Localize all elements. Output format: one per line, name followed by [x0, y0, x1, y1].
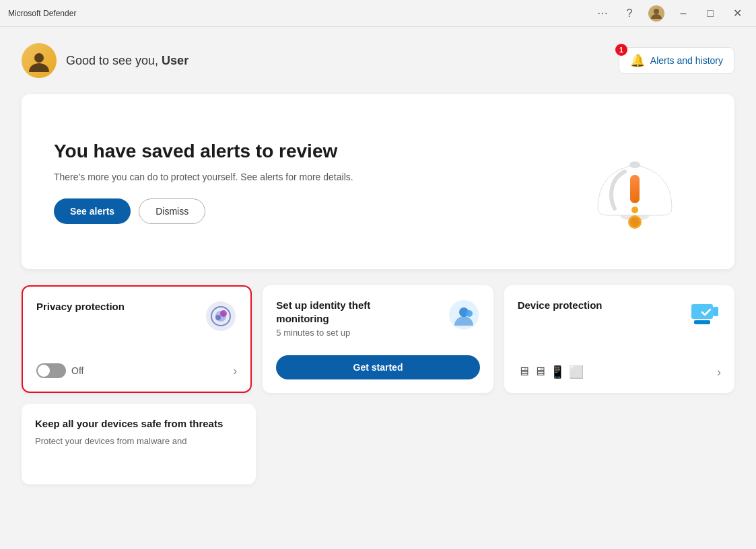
svg-point-13: [220, 310, 227, 317]
device-card-title: Device protection: [518, 299, 603, 312]
card-header-identity: Set up identity theft monitoring 5 minut…: [276, 299, 479, 338]
banner-description: There's more you can do to protect yours…: [54, 172, 568, 182]
user-greeting-section: Good to see you, User: [22, 43, 188, 78]
privacy-icon: [205, 300, 237, 332]
identity-icon: [448, 299, 480, 331]
dismiss-button[interactable]: Dismiss: [139, 198, 205, 224]
window-controls: ⋯ ? – □ ✕: [592, 3, 748, 24]
identity-theft-card[interactable]: Set up identity theft monitoring 5 minut…: [263, 285, 493, 393]
bell-icon: 🔔: [630, 53, 645, 68]
alerts-button-label: Alerts and history: [650, 55, 723, 66]
app-title: Microsoft Defender: [8, 9, 592, 18]
titlebar: Microsoft Defender ⋯ ? – □ ✕: [0, 0, 756, 27]
identity-card-title: Set up identity theft monitoring: [276, 299, 388, 325]
svg-point-6: [630, 217, 640, 227]
alerts-history-button-container[interactable]: 1 🔔 Alerts and history: [619, 47, 734, 74]
more-options-button[interactable]: ⋯: [592, 3, 613, 24]
alerts-history-button[interactable]: 1 🔔 Alerts and history: [619, 47, 734, 74]
maximize-button[interactable]: □: [699, 3, 721, 24]
phone-icon: 📱: [550, 365, 565, 379]
svg-point-17: [466, 310, 473, 317]
get-started-button[interactable]: Get started: [276, 355, 479, 379]
chevron-right-icon-device: ›: [717, 365, 721, 379]
avatar: [22, 43, 57, 78]
device-type-icons: 🖥 🖥 📱 ⬜: [518, 365, 584, 379]
card-footer-privacy: Off ›: [36, 363, 237, 378]
alert-banner: You have saved alerts to review There's …: [22, 94, 734, 269]
help-button[interactable]: ?: [619, 3, 640, 24]
svg-point-14: [215, 315, 221, 320]
user-profile-button[interactable]: [646, 3, 667, 24]
alert-illustration: [568, 121, 702, 242]
toggle-container[interactable]: Off: [36, 363, 83, 378]
device-icon: [689, 299, 721, 331]
alert-banner-content: You have saved alerts to review There's …: [54, 139, 568, 224]
banner-title: You have saved alerts to review: [54, 139, 568, 163]
banner-buttons: See alerts Dismiss: [54, 198, 568, 224]
svg-point-2: [34, 53, 44, 63]
bottom-cards-grid: Keep all your devices safe from threats …: [22, 404, 734, 484]
svg-rect-8: [630, 175, 640, 203]
devices-safe-desc: Protect your devices from malware and: [35, 436, 242, 446]
tablet-icon: ⬜: [569, 365, 584, 379]
device-protection-card[interactable]: Device protection 🖥 🖥 📱 ⬜: [504, 285, 734, 393]
svg-rect-20: [713, 307, 718, 316]
devices-safe-title: Keep all your devices safe from threats: [35, 417, 242, 431]
cards-grid: Privacy protection Off ›: [22, 285, 734, 393]
card-footer-device: 🖥 🖥 📱 ⬜ ›: [518, 365, 721, 379]
see-alerts-button[interactable]: See alerts: [54, 198, 131, 224]
app-container: Good to see you, User 1 🔔 Alerts and his…: [0, 27, 756, 549]
close-button[interactable]: ✕: [726, 3, 748, 24]
svg-point-1: [654, 9, 659, 14]
card-header-device: Device protection: [518, 299, 721, 331]
minimize-button[interactable]: –: [673, 3, 694, 24]
svg-point-9: [631, 207, 638, 213]
monitor-icon: 🖥: [518, 365, 530, 379]
privacy-toggle[interactable]: [36, 363, 66, 378]
toggle-label: Off: [71, 365, 83, 376]
alert-badge: 1: [615, 44, 627, 56]
identity-card-subtitle: 5 minutes to set up: [276, 328, 425, 338]
privacy-protection-card[interactable]: Privacy protection Off ›: [22, 285, 252, 393]
svg-rect-19: [694, 320, 710, 324]
devices-safe-card[interactable]: Keep all your devices safe from threats …: [22, 404, 256, 484]
page-header: Good to see you, User 1 🔔 Alerts and his…: [22, 43, 734, 78]
svg-point-4: [629, 161, 640, 168]
greeting-text: Good to see you, User: [66, 54, 188, 68]
desktop-icon: 🖥: [534, 365, 546, 379]
chevron-right-icon: ›: [233, 364, 237, 378]
card-header-privacy: Privacy protection: [36, 300, 237, 332]
privacy-card-title: Privacy protection: [36, 300, 125, 314]
